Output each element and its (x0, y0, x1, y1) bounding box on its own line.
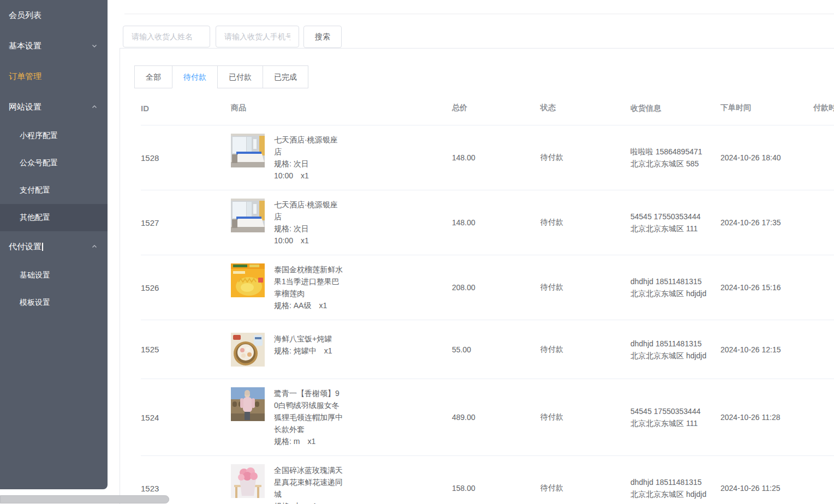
tab-pending-payment[interactable]: 待付款 (172, 65, 218, 88)
sidebar-item-label: 会员列表 (9, 10, 41, 21)
shipping-info: 54545 17550353444北京北京东城区 111 (630, 211, 720, 235)
product-spec: 规格: AA级 (274, 301, 311, 310)
header-divider (124, 14, 834, 14)
sidebar-item-base-settings[interactable]: 基础设置 (0, 262, 108, 289)
sidebar-item-order-management[interactable]: 订单管理 (0, 61, 108, 92)
address: 北京北京东城区 111 (630, 417, 711, 429)
consignee: dhdhjd 18511481315 (630, 275, 711, 287)
order-time: 2024-10-26 17:35 (720, 218, 813, 227)
column-header-product: 商品 (231, 103, 452, 113)
product-name: 鹭青一【香榭颂】90白鸭绒羽绒服女冬狐狸毛领连帽加厚中长款外套 (274, 387, 343, 435)
sidebar-item-basic-settings[interactable]: 基本设置 (0, 31, 108, 61)
sidebar-item-payment-config[interactable]: 支付配置 (0, 177, 108, 204)
sidebar-item-website-settings[interactable]: 网站设置 (0, 92, 108, 122)
product-qty: x1 (307, 437, 315, 446)
status-tabs: 全部 待付款 已付款 已完成 (134, 65, 308, 88)
column-header-shipping-info: 收货信息 (630, 102, 720, 114)
search-button[interactable]: 搜索 (303, 26, 342, 48)
order-time: 2024-10-26 15:16 (720, 283, 813, 292)
product-image-hotel (231, 134, 265, 167)
table-row: 1525 海鲜八宝饭+炖罐 规格: 炖罐中x1 55.00 待付款 dhdhjd… (141, 320, 834, 379)
chevron-up-icon (91, 242, 98, 251)
product-image-seafood-rice (231, 333, 265, 367)
order-total-price: 158.00 (452, 484, 540, 493)
tab-paid[interactable]: 已付款 (217, 65, 263, 88)
tab-completed[interactable]: 已完成 (263, 65, 308, 88)
table-row: 1527 七天酒店·桃源银座店 规格: 次日10:00x1 148.00 待付款… (141, 190, 834, 255)
consignee-name-input[interactable] (123, 26, 210, 47)
order-time: 2024-10-26 11:25 (720, 484, 813, 493)
sidebar-item-label: 公众号配置 (20, 158, 58, 168)
product-name: 七天酒店·桃源银座店 (274, 199, 343, 223)
sidebar-item-label: 基本设置 (9, 41, 41, 51)
chevron-up-icon (91, 103, 98, 112)
order-total-price: 489.00 (452, 413, 540, 422)
product-qty: x1 (319, 301, 327, 310)
order-id: 1527 (141, 218, 231, 227)
column-header-total-price: 总价 (452, 103, 540, 113)
tab-all[interactable]: 全部 (134, 65, 172, 88)
sidebar-item-miniprogram-config[interactable]: 小程序配置 (0, 122, 108, 149)
orders-table: ID 商品 总价 状态 收货信息 下单时间 付款时间 1528 七天酒店·桃源银… (141, 88, 834, 504)
order-id: 1524 (141, 413, 231, 422)
column-header-id: ID (141, 104, 231, 113)
product-image-down-coat (231, 387, 265, 421)
order-time: 2024-10-26 11:28 (720, 413, 813, 422)
consignee: 54545 17550353444 (630, 405, 711, 417)
product-image-hotel (231, 199, 265, 232)
order-total-price: 55.00 (452, 345, 540, 354)
order-total-price: 148.00 (452, 153, 540, 162)
product-spec: 规格: m (274, 437, 300, 446)
consignee: 54545 17550353444 (630, 211, 711, 223)
text-caret (42, 243, 43, 251)
order-id: 1523 (141, 484, 231, 493)
sidebar-item-label: 网站设置 (9, 102, 41, 112)
table-row: 1524 鹭青一【香榭颂】90白鸭绒羽绒服女冬狐狸毛领连帽加厚中长款外套 规格:… (141, 379, 834, 456)
column-header-status: 状态 (540, 103, 630, 113)
product-name: 海鲜八宝饭+炖罐 (274, 333, 343, 345)
product-spec: 规格: 炖罐中 (274, 346, 317, 355)
sidebar: 会员列表 基本设置 订单管理 网站设置 小程序配置 公众号配置 支付配置 其他配… (0, 0, 108, 489)
consignee: 啦啦啦 15864895471 (630, 146, 711, 158)
sidebar-item-official-account-config[interactable]: 公众号配置 (0, 149, 108, 177)
address: 北京北京东城区 hdjdjd (630, 350, 711, 362)
horizontal-scrollbar (0, 495, 834, 504)
sidebar-item-label: 小程序配置 (20, 131, 58, 141)
sidebar-item-template-settings[interactable]: 模板设置 (0, 289, 108, 316)
column-header-pay-time: 付款时间 (813, 103, 834, 113)
sidebar-item-other-config[interactable]: 其他配置 (0, 204, 108, 231)
product-image-rose-bouquet (231, 464, 265, 498)
order-status: 待付款 (540, 218, 630, 227)
shipping-info: 54545 17550353444北京北京东城区 111 (630, 405, 720, 429)
shipping-info: dhdhjd 18511481315北京北京东城区 hdjdjd (630, 275, 720, 299)
sidebar-item-label: 支付配置 (20, 185, 50, 195)
sidebar-item-label: 代付设置 (9, 242, 41, 252)
sidebar-item-label: 模板设置 (20, 298, 50, 308)
sidebar-item-member-list[interactable]: 会员列表 (0, 0, 108, 31)
consignee-phone-input[interactable] (216, 26, 299, 47)
product-qty: x1 (301, 171, 309, 180)
search-bar: 搜索 (123, 26, 342, 48)
sidebar-item-proxy-pay-settings[interactable]: 代付设置 (0, 231, 108, 262)
column-header-order-time: 下单时间 (720, 103, 813, 113)
order-status: 待付款 (540, 153, 630, 163)
chevron-down-icon (91, 41, 98, 51)
consignee: dhdhjd 18511481315 (630, 476, 711, 488)
table-row: 1528 七天酒店·桃源银座店 规格: 次日10:00x1 148.00 待付款… (141, 125, 834, 190)
product-qty: x1 (324, 346, 332, 355)
address: 北京北京东城区 111 (630, 223, 711, 235)
address: 北京北京东城区 hdjdjd (630, 287, 711, 299)
orders-panel: 全部 待付款 已付款 已完成 ID 商品 总价 状态 收货信息 下单时间 付款时… (120, 48, 834, 504)
order-status: 待付款 (540, 345, 630, 355)
order-id: 1525 (141, 345, 231, 354)
order-id: 1528 (141, 153, 231, 163)
horizontal-scrollbar-thumb[interactable] (0, 495, 169, 503)
order-status: 待付款 (540, 283, 630, 292)
product-image-durian (231, 263, 265, 297)
order-total-price: 148.00 (452, 218, 540, 227)
product-qty: x1 (301, 236, 309, 245)
product-name: 泰国金枕榴莲新鲜水果1当季进口整果巴掌榴莲肉 (274, 263, 343, 299)
sidebar-item-label: 基础设置 (20, 271, 50, 280)
table-header-row: ID 商品 总价 状态 收货信息 下单时间 付款时间 (141, 88, 834, 125)
product-name: 七天酒店·桃源银座店 (274, 134, 343, 158)
